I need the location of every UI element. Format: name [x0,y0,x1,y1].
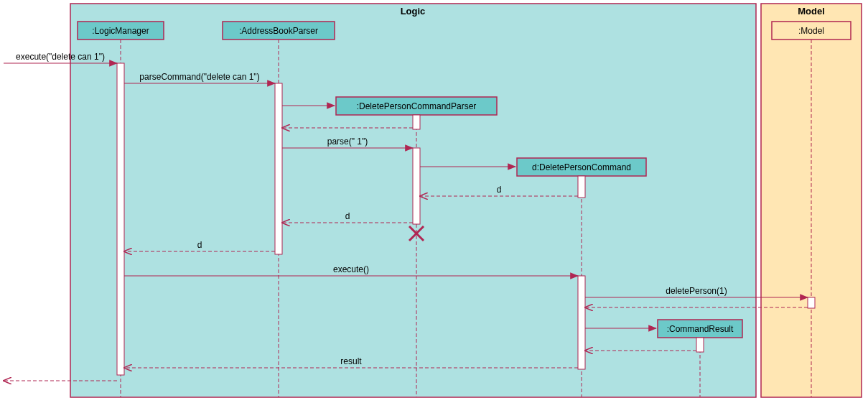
frame-logic-title: Logic [401,6,426,17]
msg-deleteperson-label: deletePerson(1) [666,286,727,296]
participant-logicmanager-label: :LogicManager [92,26,149,36]
activation-dpcp-1 [413,115,420,129]
activation-commandresult [696,338,704,352]
msg-parsecommand-label: parseCommand("delete can 1") [139,72,259,82]
msg-execute2-label: execute() [333,264,369,274]
participant-dpcp-label: :DeletePersonCommandParser [357,101,477,111]
msg-return-d3-label: d [197,240,202,250]
msg-execute-label: execute("delete can 1") [16,52,105,62]
activation-abp [275,83,282,254]
msg-result-label: result [340,356,362,366]
frame-model-title: Model [798,6,825,17]
msg-return-d1-label: d [497,185,502,195]
participant-dpc-label: d:DeletePersonCommand [532,162,631,172]
activation-dpc-2 [578,276,585,369]
participant-model-label: :Model [798,26,824,36]
activation-dpcp-2 [413,148,420,224]
sequence-diagram: Logic Model :LogicManager :AddressBookPa… [0,0,868,403]
msg-parse-label: parse(" 1") [327,136,368,147]
msg-return-d2-label: d [345,211,350,221]
participant-commandresult-label: :CommandResult [667,324,734,334]
participant-addressbookparser-label: :AddressBookParser [239,26,318,36]
activation-model [808,297,815,308]
activation-dpc-1 [578,176,585,198]
activation-logicmanager [117,63,124,375]
